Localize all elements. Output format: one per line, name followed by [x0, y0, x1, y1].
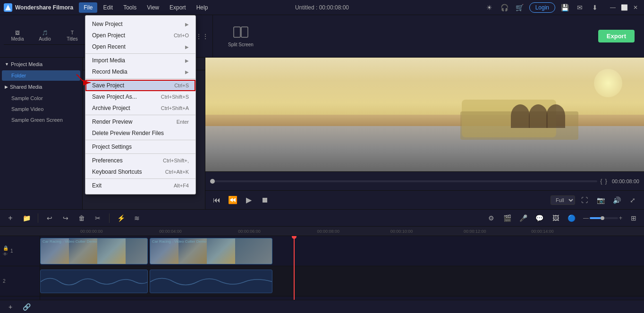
headphone-icon[interactable]: 🎧 — [499, 2, 510, 13]
audio-track-row — [40, 266, 644, 296]
sidebar-section-project-media[interactable]: ▼ Project Media — [0, 59, 82, 70]
eye-icon[interactable]: 👁 — [3, 252, 8, 257]
redo-icon[interactable]: ↪ — [59, 211, 72, 225]
video-clip-1[interactable]: Car Racing - Video Cutter Demo — [40, 238, 148, 264]
snapshot-icon[interactable]: 📷 — [594, 194, 607, 207]
app-name: Wondershare Filmora — [15, 4, 73, 11]
menu-section-5: Project Settings — [85, 140, 195, 154]
menu-item-record-media[interactable]: Record Media ▶ — [85, 66, 195, 77]
split-icon[interactable]: ⚡ — [114, 211, 127, 225]
tab-audio[interactable]: 🎵 Audio — [31, 27, 59, 44]
caption-icon[interactable]: 💬 — [533, 211, 546, 225]
lock-icon[interactable]: 🔒 — [3, 245, 8, 251]
step-back-button[interactable]: ⏮ — [210, 194, 223, 207]
mic-icon[interactable]: 🎤 — [517, 211, 530, 225]
app-logo: Wondershare Filmora — [4, 3, 73, 12]
project-media-label: Project Media — [11, 61, 42, 67]
clip-label-1: Car Racing - Video Cutter Demo — [42, 239, 97, 244]
menu-item-open-recent[interactable]: Open Recent ▶ — [85, 41, 195, 52]
menu-item-archive-project[interactable]: Archive Project Ctrl+Shift+A — [85, 102, 195, 114]
play-button[interactable]: ▶ — [242, 194, 255, 207]
zoom-slider[interactable] — [590, 217, 618, 219]
close-button[interactable]: ✕ — [631, 3, 640, 12]
menu-item-project-settings[interactable]: Project Settings — [85, 141, 195, 152]
sidebar-item-sample-color[interactable]: Sample Color — [2, 93, 80, 103]
timeline-add-icon[interactable]: + — [4, 300, 17, 313]
edit-menu-item[interactable]: Edit — [98, 2, 118, 13]
export-menu-item[interactable]: Export — [165, 2, 191, 13]
track-labels: 🔒 👁 1 2 — [0, 236, 40, 300]
zoom-in-icon[interactable]: + — [619, 215, 622, 221]
menu-item-render-preview[interactable]: Render Preview Enter — [85, 116, 195, 127]
progress-dot[interactable] — [210, 179, 215, 184]
split-screen-button[interactable]: Split Screen — [222, 24, 259, 49]
menu-section-6: Preferences Ctrl+Shift+, Keyboard Shortc… — [85, 154, 195, 179]
track-number: 1 — [10, 248, 13, 254]
fullscreen-icon[interactable]: ⛶ — [578, 194, 591, 207]
file-menu-item[interactable]: File — [79, 2, 97, 13]
menu-item-keyboard-shortcuts[interactable]: Keyboard Shortcuts Ctrl+Alt+K — [85, 166, 195, 178]
stop-button[interactable]: ⏹ — [258, 194, 271, 207]
sidebar-item-folder[interactable]: Folder — [2, 70, 80, 81]
chevron-down-icon: ▼ — [5, 62, 9, 67]
view-menu-item[interactable]: View — [142, 2, 164, 13]
menu-item-exit[interactable]: Exit Alt+F4 — [85, 180, 195, 191]
timeline: + 📁 ↩ ↪ 🗑 ✂ ⚡ ≋ ⚙ 🎬 🎤 💬 🖼 🔵 — + ⊞ 00: — [0, 209, 644, 313]
tools-menu-item[interactable]: Tools — [119, 2, 141, 13]
timeline-link-icon[interactable]: 🔗 — [20, 300, 33, 313]
timeline-tracks: 🔒 👁 1 2 Car Racing - Video Cutter Demo — [0, 236, 644, 300]
maximize-button[interactable]: ⬜ — [619, 3, 629, 12]
export-button[interactable]: Export — [598, 30, 635, 42]
menu-item-save-project[interactable]: Save Project Ctrl+S — [85, 80, 195, 91]
timeline-toolbar: + 📁 ↩ ↪ 🗑 ✂ ⚡ ≋ ⚙ 🎬 🎤 💬 🖼 🔵 — + ⊞ — [0, 210, 644, 227]
login-button[interactable]: Login — [529, 2, 555, 13]
tab-titles[interactable]: T Titles — [59, 27, 86, 44]
sidebar-item-sample-green-screen[interactable]: Sample Green Screen — [2, 115, 80, 125]
fit-icon[interactable]: ⊞ — [627, 211, 640, 225]
menu-item-new-project[interactable]: New Project ▶ — [85, 18, 195, 30]
color-icon[interactable]: 🔵 — [565, 211, 578, 225]
download-icon[interactable]: ⬇ — [589, 2, 601, 13]
menu-item-import-media[interactable]: Import Media ▶ — [85, 55, 195, 66]
delete-icon[interactable]: 🗑 — [75, 211, 88, 225]
clip-icon[interactable]: 🎬 — [501, 211, 514, 225]
pip-icon[interactable]: 🖼 — [549, 211, 562, 225]
quality-select[interactable]: Full3/41/21/4 — [551, 195, 575, 205]
grid-icon[interactable]: ⋮⋮ — [195, 33, 209, 40]
file-menu[interactable]: New Project ▶ Open Project Ctrl+O Open R… — [85, 15, 196, 195]
audio-tab-icon: 🎵 — [42, 30, 48, 35]
volume-icon[interactable]: 🔊 — [610, 194, 623, 207]
menu-item-save-project-as[interactable]: Save Project As... Ctrl+Shift+S — [85, 91, 195, 102]
undo-icon[interactable]: ↩ — [43, 211, 56, 225]
sun-icon[interactable]: ☀ — [484, 2, 495, 13]
expand-icon[interactable]: ⤢ — [626, 194, 639, 207]
cut-icon[interactable]: ✂ — [91, 211, 104, 225]
progress-bar[interactable] — [210, 180, 597, 182]
menu-item-delete-preview[interactable]: Delete Preview Render Files — [85, 127, 195, 139]
menu-item-open-project[interactable]: Open Project Ctrl+O — [85, 30, 195, 41]
timecode-open: { — [600, 178, 602, 185]
video-clip-2[interactable]: Car Racing - Video Cutter Demo — [150, 238, 272, 264]
preview-area: { } 00:00:08:00 ⏮ ⏪ ▶ ⏹ Full3/41/21/4 ⛶ … — [205, 58, 644, 209]
prev-frame-button[interactable]: ⏪ — [226, 194, 239, 207]
speed-icon[interactable]: ≋ — [130, 211, 144, 225]
audio-clip-2[interactable] — [150, 270, 272, 293]
track-controls: 🔒 👁 — [3, 245, 8, 257]
sidebar-section-shared-media[interactable]: ▶ Shared Media — [0, 81, 82, 93]
zoom-out-icon[interactable]: — — [583, 215, 589, 221]
add-track-button[interactable]: + — [4, 211, 17, 225]
ruler-mark: 00:00:10:00 — [390, 229, 413, 234]
save-icon[interactable]: 💾 — [559, 2, 570, 13]
shared-media-label: Shared Media — [10, 84, 42, 90]
playhead[interactable] — [294, 236, 295, 300]
tab-media[interactable]: 🖼 Media — [4, 27, 31, 44]
help-menu-item[interactable]: Help — [192, 2, 213, 13]
menu-item-preferences[interactable]: Preferences Ctrl+Shift+, — [85, 155, 195, 166]
minimize-button[interactable]: — — [608, 3, 618, 12]
sidebar-item-sample-video[interactable]: Sample Video — [2, 104, 80, 114]
audio-clip-1[interactable] — [40, 270, 148, 293]
cart-icon[interactable]: 🛒 — [514, 2, 525, 13]
add-folder-button[interactable]: 📁 — [20, 211, 33, 225]
ripple-icon[interactable]: ⚙ — [485, 211, 498, 225]
mail-icon[interactable]: ✉ — [574, 2, 585, 13]
